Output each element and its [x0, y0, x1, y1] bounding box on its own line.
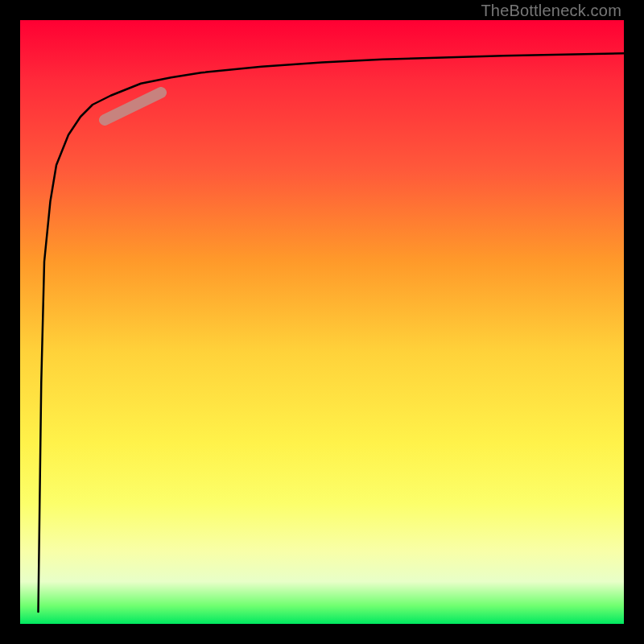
- bottleneck-curve: [20, 20, 624, 624]
- curve-marker: [105, 93, 161, 120]
- attribution-text: TheBottleneck.com: [481, 2, 621, 20]
- curve-path: [39, 53, 625, 612]
- chart-frame: TheBottleneck.com: [0, 0, 644, 644]
